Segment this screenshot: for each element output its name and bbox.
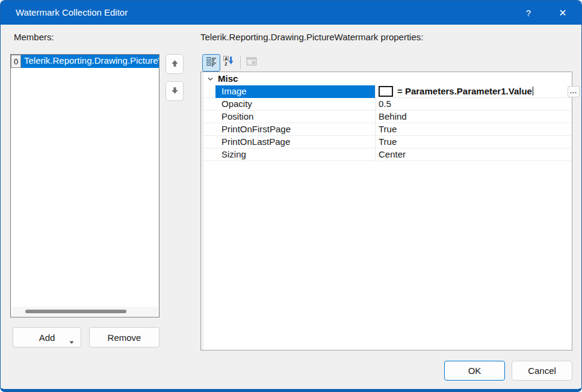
property-value: True	[379, 136, 397, 148]
property-name: Image	[221, 85, 247, 97]
category-row-misc[interactable]: Misc	[203, 72, 572, 85]
toolbar-separator	[240, 55, 241, 69]
property-grid: Misc Image = Parameters.Parameter1.Value…	[200, 72, 572, 351]
category-label: Misc	[218, 72, 238, 85]
titlebar: Watermark Collection Editor ? ✕	[1, 1, 581, 25]
column-divider	[375, 85, 376, 161]
arrow-up-icon	[170, 59, 179, 70]
list-item-index: 0	[11, 55, 21, 68]
property-row-sizing[interactable]: Sizing Center	[203, 149, 571, 161]
add-button[interactable]: Add	[13, 327, 81, 348]
categorized-view-button[interactable]	[202, 54, 220, 72]
property-value: 0.5	[379, 98, 391, 110]
window-title: Watermark Collection Editor	[16, 1, 128, 25]
categorized-icon	[206, 57, 217, 69]
move-down-button[interactable]	[166, 81, 184, 101]
horizontal-scrollbar[interactable]	[11, 307, 158, 316]
help-icon: ?	[526, 8, 531, 18]
alphabetical-sort-icon: A Z	[223, 56, 234, 69]
scrollbar-thumb[interactable]	[25, 310, 126, 313]
property-row-opacity[interactable]: Opacity 0.5	[203, 98, 571, 111]
members-listbox[interactable]: 0 Telerik.Reporting.Drawing.PictureWate	[10, 54, 159, 317]
property-name: PrintOnFirstPage	[221, 123, 291, 135]
property-value: Behind	[379, 111, 407, 123]
remove-button-label: Remove	[108, 332, 141, 343]
image-value-editor[interactable]: = Parameters.Parameter1.Value	[397, 85, 533, 97]
property-row-image[interactable]: Image = Parameters.Parameter1.Value ...	[203, 85, 571, 98]
text-caret	[533, 87, 533, 96]
move-up-button[interactable]	[166, 54, 184, 74]
property-name: Sizing	[221, 149, 246, 161]
cancel-button-label: Cancel	[528, 366, 556, 376]
close-icon: ✕	[559, 7, 566, 19]
arrow-down-icon	[170, 86, 179, 97]
add-dropdown-icon	[69, 336, 74, 346]
az-letter-z: Z	[224, 62, 228, 66]
image-thumbnail	[379, 86, 393, 97]
ellipsis-button[interactable]: ...	[568, 86, 580, 97]
image-expression: = Parameters.Parameter1.Value	[397, 86, 532, 96]
property-row-printonfirstpage[interactable]: PrintOnFirstPage True	[203, 123, 571, 136]
alphabetical-sort-button[interactable]: A Z	[220, 54, 237, 70]
property-name: Opacity	[221, 98, 252, 110]
close-button[interactable]: ✕	[549, 1, 577, 25]
property-name: PrintOnLastPage	[221, 136, 290, 148]
cancel-button[interactable]: Cancel	[512, 361, 572, 381]
ok-button-label: OK	[468, 366, 481, 376]
az-letter-a: A	[224, 57, 228, 61]
property-name: Position	[221, 111, 253, 123]
properties-header: Telerik.Reporting.Drawing.PictureWaterma…	[200, 32, 423, 42]
property-pages-icon	[246, 57, 257, 69]
help-button[interactable]: ?	[516, 1, 540, 25]
remove-button[interactable]: Remove	[89, 327, 159, 348]
property-value: Center	[379, 149, 406, 161]
chevron-down-icon	[206, 75, 214, 85]
property-pages-button	[244, 55, 259, 69]
members-label: Members:	[14, 32, 54, 42]
ok-button[interactable]: OK	[444, 361, 505, 381]
property-value: True	[379, 123, 397, 135]
watermark-collection-editor-dialog: Watermark Collection Editor ? ✕ Members:…	[0, 0, 582, 392]
add-button-label: Add	[39, 332, 55, 343]
property-row-position[interactable]: Position Behind	[203, 111, 571, 123]
property-row-printonlastpage[interactable]: PrintOnLastPage True	[203, 136, 571, 149]
list-item-label: Telerik.Reporting.Drawing.PictureWate	[21, 55, 159, 68]
selected-name-cell: Image	[215, 85, 375, 98]
list-item[interactable]: 0 Telerik.Reporting.Drawing.PictureWate	[11, 55, 159, 68]
